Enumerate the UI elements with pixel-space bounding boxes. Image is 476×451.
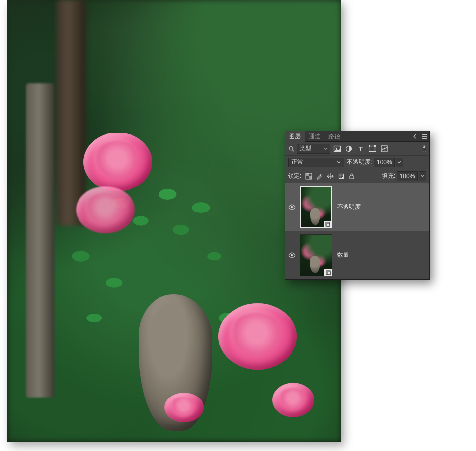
smart-object-icon — [324, 269, 332, 276]
blend-mode-select[interactable]: 正常 — [288, 158, 344, 167]
svg-rect-22 — [327, 272, 330, 275]
blend-row: 正常 不透明度: 100% — [285, 156, 429, 169]
svg-rect-19 — [327, 223, 330, 226]
photo-rose — [164, 393, 204, 422]
svg-rect-10 — [374, 151, 376, 152]
photo-tree-trunk — [56, 0, 86, 226]
svg-rect-18 — [326, 222, 330, 226]
photo-rose — [83, 133, 152, 191]
visibility-toggle[interactable] — [285, 252, 299, 258]
layer-thumbnail[interactable] — [300, 234, 332, 276]
lock-label: 锁定: — [288, 172, 301, 180]
filter-icons: T — [333, 145, 421, 153]
layer-name[interactable]: 不透明度 — [337, 203, 361, 211]
filter-toggle[interactable] — [421, 145, 426, 153]
adjustment-filter-icon[interactable] — [345, 145, 353, 153]
svg-rect-14 — [309, 176, 312, 179]
lock-icons — [305, 173, 355, 180]
layer-row[interactable]: 不透明度 — [285, 183, 429, 231]
lock-paint-icon[interactable] — [316, 173, 323, 180]
layer-name[interactable]: 数量 — [337, 251, 349, 259]
lock-transparency-icon[interactable] — [305, 173, 312, 180]
visibility-toggle[interactable] — [285, 204, 299, 210]
smart-object-icon — [324, 221, 332, 228]
photo-stone-pillar — [26, 83, 54, 398]
svg-rect-16 — [350, 176, 354, 179]
lock-position-icon[interactable] — [327, 173, 334, 180]
svg-rect-6 — [370, 146, 375, 151]
svg-rect-7 — [369, 145, 370, 147]
photo-rose — [218, 303, 297, 370]
chevron-down-icon — [324, 147, 328, 151]
panel-menu-icon[interactable] — [420, 131, 429, 142]
opacity-dropdown[interactable] — [396, 158, 403, 167]
panel-tabs: 图层 通道 路径 — [285, 131, 429, 142]
filter-type-label: 类型 — [299, 144, 311, 153]
svg-rect-21 — [326, 271, 330, 275]
blend-mode-value: 正常 — [291, 158, 303, 166]
tab-paths[interactable]: 路径 — [324, 131, 344, 142]
layer-row[interactable]: 数量 — [285, 231, 429, 279]
lock-row: 锁定: 填充: 100% — [285, 169, 429, 183]
image-filter-icon[interactable] — [333, 145, 341, 153]
opacity-label: 不透明度: — [347, 158, 372, 166]
chevron-down-icon — [337, 160, 341, 164]
search-icon — [288, 145, 295, 152]
layer-list: 不透明度 数量 — [285, 183, 429, 279]
smart-filter-icon[interactable] — [380, 145, 388, 153]
opacity-value[interactable]: 100% — [374, 158, 395, 167]
filter-type-select[interactable]: 类型 — [297, 144, 330, 154]
svg-point-3 — [336, 147, 337, 149]
fill-dropdown[interactable] — [419, 171, 426, 181]
layers-panel: 图层 通道 路径 类型 T — [285, 131, 430, 280]
photo-rose — [272, 383, 314, 417]
tab-channels[interactable]: 通道 — [305, 131, 324, 142]
svg-point-0 — [289, 146, 293, 150]
photo-rose — [76, 186, 135, 233]
filter-row: 类型 T — [285, 142, 429, 156]
svg-line-1 — [292, 150, 294, 151]
shape-filter-icon[interactable] — [369, 145, 376, 153]
tab-layers[interactable]: 图层 — [285, 131, 305, 142]
collapse-panel-icon[interactable] — [410, 131, 420, 142]
layer-thumbnail[interactable] — [300, 186, 332, 228]
eye-icon — [288, 204, 296, 210]
svg-rect-13 — [306, 173, 309, 176]
lock-all-icon[interactable] — [348, 173, 355, 180]
lock-artboard-icon[interactable] — [338, 173, 344, 180]
eye-icon — [288, 252, 296, 258]
text-filter-icon[interactable]: T — [357, 145, 365, 153]
fill-value[interactable]: 100% — [397, 171, 418, 181]
svg-text:T: T — [359, 145, 363, 152]
svg-rect-8 — [374, 145, 376, 147]
svg-point-17 — [291, 206, 293, 208]
fill-label: 填充: — [382, 172, 395, 180]
svg-rect-9 — [369, 151, 370, 152]
svg-point-20 — [291, 254, 293, 256]
